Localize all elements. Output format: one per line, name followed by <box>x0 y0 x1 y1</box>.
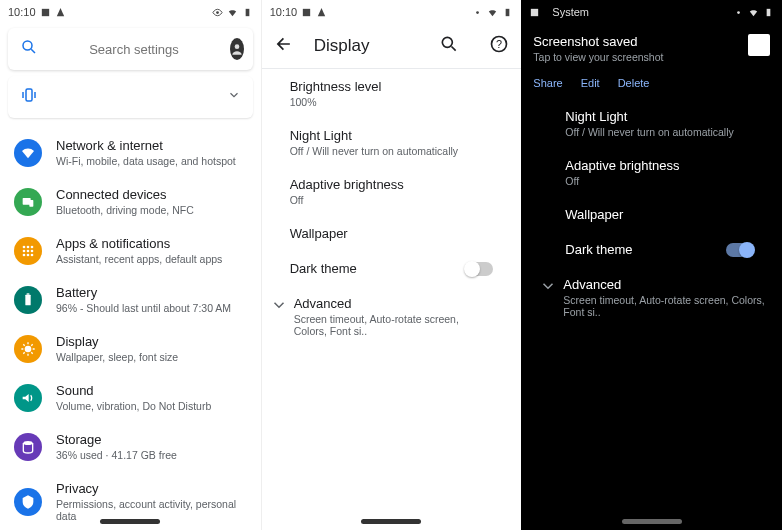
dark-theme-switch[interactable] <box>465 262 493 276</box>
nav-indicator-icon <box>316 7 327 18</box>
dark-theme-switch[interactable] <box>726 243 754 257</box>
settings-row-apps[interactable]: Apps & notificationsAssistant, recent ap… <box>0 226 261 275</box>
nav-pill[interactable] <box>622 519 682 524</box>
dark-theme-row[interactable]: Dark theme <box>262 251 522 286</box>
dark-theme-row[interactable]: Dark theme <box>521 232 782 267</box>
screenshot-notification[interactable]: Screenshot saved Tap to view your screen… <box>521 24 782 73</box>
row-sub: 96% - Should last until about 7:30 AM <box>56 302 247 314</box>
share-action[interactable]: Share <box>533 77 562 89</box>
battery-status-icon <box>242 7 253 18</box>
display-item[interactable]: Wallpaper <box>262 216 522 251</box>
display-items-dark: Night LightOff / Will never turn on auto… <box>521 99 782 232</box>
quick-card[interactable] <box>8 76 253 118</box>
settings-row-display[interactable]: DisplayWallpaper, sleep, font size <box>0 324 261 373</box>
display-settings-dark-panel: System Screenshot saved Tap to view your… <box>521 0 782 530</box>
wifi-icon <box>14 139 42 167</box>
row-sub: Volume, vibration, Do Not Disturb <box>56 400 247 412</box>
row-title: Display <box>56 334 247 349</box>
eye-icon <box>733 7 744 18</box>
item-sub: Off / Will never turn on automatically <box>565 126 754 138</box>
display-item[interactable]: Adaptive brightnessOff <box>262 167 522 216</box>
svg-point-22 <box>25 345 32 352</box>
back-icon[interactable] <box>274 34 294 58</box>
svg-point-5 <box>235 44 240 49</box>
svg-rect-2 <box>245 8 249 15</box>
status-bar: 10:10 <box>262 0 522 24</box>
status-time: 10:10 <box>270 6 298 18</box>
devices-icon <box>14 188 42 216</box>
settings-row-wifi[interactable]: Network & internetWi-Fi, mobile, data us… <box>0 128 261 177</box>
help-icon[interactable]: ? <box>489 34 509 58</box>
screenshot-indicator-icon <box>301 7 312 18</box>
display-item[interactable]: Night LightOff / Will never turn on auto… <box>262 118 522 167</box>
settings-row-sound[interactable]: SoundVolume, vibration, Do Not Disturb <box>0 373 261 422</box>
svg-line-29 <box>452 47 456 51</box>
advanced-row[interactable]: Advanced Screen timeout, Auto-rotate scr… <box>521 267 782 328</box>
display-header: Display ? <box>262 24 522 68</box>
avatar[interactable] <box>230 38 244 60</box>
svg-point-16 <box>31 249 34 252</box>
search-input[interactable] <box>50 42 218 57</box>
chevron-down-icon <box>227 88 241 106</box>
delete-action[interactable]: Delete <box>618 77 650 89</box>
nav-pill[interactable] <box>361 519 421 524</box>
notif-sub: Tap to view your screenshot <box>533 51 740 63</box>
svg-point-18 <box>27 253 30 256</box>
svg-point-33 <box>737 11 740 14</box>
chevron-down-icon <box>539 277 557 299</box>
advanced-sub: Screen timeout, Auto-rotate screen, Colo… <box>294 313 494 337</box>
item-title: Wallpaper <box>290 226 494 241</box>
row-sub: 36% used · 41.17 GB free <box>56 449 247 461</box>
svg-rect-20 <box>25 294 30 305</box>
svg-point-19 <box>31 253 34 256</box>
item-title: Night Light <box>290 128 494 143</box>
system-label: System <box>544 6 597 18</box>
display-settings-panel: 10:10 Display ? Brightness level100%Nigh… <box>261 0 522 530</box>
notif-actions: Share Edit Delete <box>521 73 782 99</box>
row-sub: Wi-Fi, mobile, data usage, and hotspot <box>56 155 247 167</box>
display-item[interactable]: Adaptive brightnessOff <box>521 148 782 197</box>
dark-theme-label: Dark theme <box>290 261 466 276</box>
advanced-row[interactable]: Advanced Screen timeout, Auto-rotate scr… <box>262 286 522 347</box>
search-icon[interactable] <box>439 34 459 58</box>
svg-point-3 <box>23 41 32 50</box>
display-item[interactable]: Brightness level100% <box>262 69 522 118</box>
vibration-icon <box>20 86 38 108</box>
edit-action[interactable]: Edit <box>581 77 600 89</box>
screenshot-thumb[interactable] <box>748 34 770 56</box>
svg-rect-27 <box>506 8 510 15</box>
settings-row-battery[interactable]: Battery96% - Should last until about 7:3… <box>0 275 261 324</box>
row-sub: Bluetooth, driving mode, NFC <box>56 204 247 216</box>
item-title: Wallpaper <box>565 207 754 222</box>
eye-icon <box>212 7 223 18</box>
chevron-down-icon <box>270 296 288 318</box>
battery-status-icon <box>763 7 774 18</box>
settings-row-devices[interactable]: Connected devicesBluetooth, driving mode… <box>0 177 261 226</box>
svg-text:?: ? <box>496 38 502 50</box>
system-icon <box>529 7 540 18</box>
advanced-title: Advanced <box>563 277 770 292</box>
settings-row-storage[interactable]: Storage36% used · 41.17 GB free <box>0 422 261 471</box>
display-item[interactable]: Wallpaper <box>521 197 782 232</box>
item-title: Adaptive brightness <box>290 177 494 192</box>
battery-icon <box>14 286 42 314</box>
svg-line-4 <box>31 49 35 53</box>
svg-point-28 <box>443 37 453 47</box>
wifi-status-icon <box>487 7 498 18</box>
row-title: Connected devices <box>56 187 247 202</box>
sound-icon <box>14 384 42 412</box>
nav-indicator-icon <box>55 7 66 18</box>
notif-title: Screenshot saved <box>533 34 740 49</box>
search-bar[interactable] <box>8 28 253 70</box>
svg-rect-6 <box>26 89 32 101</box>
eye-icon <box>472 7 483 18</box>
settings-main-panel: 10:10 Network & internetWi-Fi, mobile, d… <box>0 0 261 530</box>
nav-pill[interactable] <box>100 519 160 524</box>
row-title: Apps & notifications <box>56 236 247 251</box>
svg-rect-21 <box>27 293 30 294</box>
row-sub: Assistant, recent apps, default apps <box>56 253 247 265</box>
display-item[interactable]: Night LightOff / Will never turn on auto… <box>521 99 782 148</box>
advanced-sub: Screen timeout, Auto-rotate screen, Colo… <box>563 294 770 318</box>
svg-point-11 <box>23 245 26 248</box>
svg-point-14 <box>23 249 26 252</box>
